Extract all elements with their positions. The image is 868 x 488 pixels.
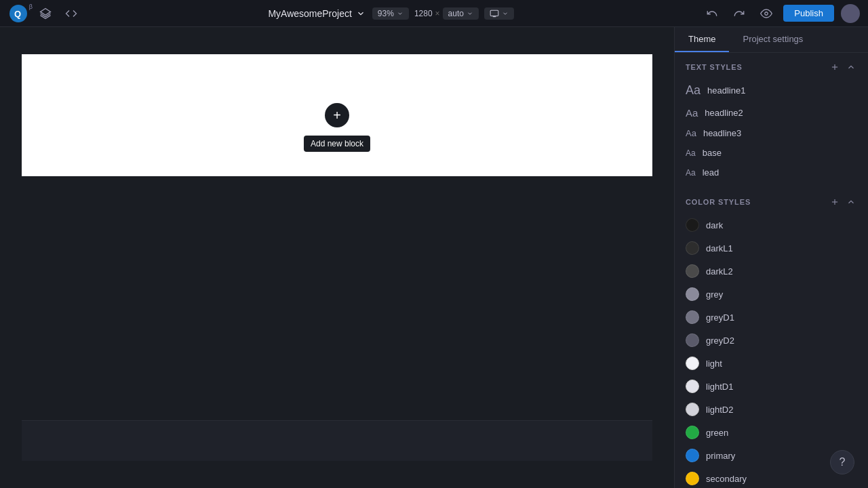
color-item-grey[interactable]: grey [675, 283, 868, 306]
lightd2-swatch [686, 403, 699, 416]
svg-text:Q: Q [14, 9, 21, 19]
navbar-center: MyAwesomeProject 93% 1280 × auto [268, 7, 514, 20]
text-styles-section-header: TEXT STYLES [675, 53, 868, 79]
primary-label: primary [706, 451, 735, 461]
text-style-base[interactable]: Aa base [675, 143, 868, 163]
lead-icon: Aa [686, 168, 696, 178]
text-style-headline3[interactable]: Aa headline3 [675, 123, 868, 143]
horizontal-ruler [0, 27, 674, 41]
color-item-lightd2[interactable]: lightD2 [675, 398, 868, 421]
color-item-dark[interactable]: dark [675, 214, 868, 237]
secondary-swatch [686, 472, 699, 485]
canvas-height: auto [448, 9, 464, 18]
zoom-controls: 93% 1280 × auto [372, 7, 514, 20]
darkl1-label: darkL1 [706, 243, 733, 253]
lightd2-label: lightD2 [706, 405, 733, 415]
svg-point-6 [765, 12, 768, 15]
navbar-right: Publish [702, 4, 860, 23]
add-block-button[interactable]: + Add new block [325, 103, 349, 127]
text-styles-actions [829, 61, 857, 73]
darkl1-swatch [686, 241, 699, 255]
lead-label: lead [703, 167, 719, 178]
color-item-lightd1[interactable]: lightD1 [675, 375, 868, 398]
headline3-label: headline3 [703, 128, 741, 138]
navbar: Q β MyAwesomeProject 93 [0, 0, 868, 27]
color-item-darkl2[interactable]: darkL2 [675, 260, 868, 283]
base-label: base [703, 148, 722, 158]
user-avatar[interactable] [841, 4, 860, 23]
color-item-light[interactable]: light [675, 352, 868, 375]
panel-tabs: Theme Project settings [675, 27, 868, 53]
greyd2-swatch [686, 333, 699, 347]
color-styles-section-header: COLOR STYLES [675, 188, 868, 214]
project-name[interactable]: MyAwesomeProject [268, 8, 365, 19]
panel-content: TEXT STYLES Aa hea [675, 53, 868, 488]
headline1-label: headline1 [707, 85, 745, 96]
tab-theme[interactable]: Theme [675, 27, 729, 52]
collapse-color-styles-button[interactable] [845, 196, 857, 208]
text-styles-title: TEXT STYLES [686, 63, 743, 71]
svg-rect-3 [490, 10, 498, 16]
layers-button[interactable] [37, 5, 54, 22]
primary-swatch [686, 449, 699, 462]
light-label: light [706, 359, 722, 369]
undo-button[interactable] [702, 5, 722, 22]
publish-button[interactable]: Publish [783, 5, 834, 22]
bottom-strip [22, 420, 652, 461]
light-swatch [686, 357, 699, 370]
main-layout: + Add new block Theme Project settings T… [0, 27, 868, 488]
text-style-lead[interactable]: Aa lead [675, 163, 868, 182]
right-panel: Theme Project settings TEXT STYLES [674, 27, 868, 488]
color-styles-title: COLOR STYLES [686, 198, 751, 206]
collapse-text-styles-button[interactable] [845, 61, 857, 73]
dimension-separator: × [435, 9, 440, 18]
color-styles-actions [829, 196, 857, 208]
zoom-value: 93% [378, 9, 394, 18]
lightd1-swatch [686, 380, 699, 393]
headline2-label: headline2 [705, 108, 743, 118]
add-text-style-button[interactable] [829, 61, 841, 73]
app-logo[interactable]: Q β [8, 3, 28, 24]
beta-badge: β [29, 3, 33, 10]
preview-button[interactable] [756, 5, 776, 22]
canvas-area: + Add new block [0, 27, 674, 488]
text-style-headline1[interactable]: Aa headline1 [675, 79, 868, 102]
canvas-height-selector[interactable]: auto [443, 7, 479, 20]
color-item-greyd1[interactable]: greyD1 [675, 306, 868, 329]
add-block-tooltip: Add new block [304, 136, 370, 152]
greyd2-label: greyD2 [706, 336, 734, 346]
grey-label: grey [706, 289, 723, 300]
text-style-headline2[interactable]: Aa headline2 [675, 102, 868, 123]
green-label: green [706, 428, 728, 438]
page-canvas: + Add new block [22, 54, 652, 176]
darkl2-label: darkL2 [706, 266, 733, 277]
zoom-selector[interactable]: 93% [372, 7, 409, 20]
grey-swatch [686, 287, 699, 301]
headline3-icon: Aa [686, 128, 696, 138]
dark-swatch [686, 218, 699, 232]
darkl2-swatch [686, 264, 699, 278]
color-item-darkl1[interactable]: darkL1 [675, 237, 868, 260]
color-item-greyd2[interactable]: greyD2 [675, 329, 868, 352]
canvas-width: 1280 [414, 9, 433, 18]
canvas-scroll[interactable]: + Add new block [0, 41, 674, 488]
headline1-icon: Aa [686, 83, 701, 98]
redo-button[interactable] [729, 5, 749, 22]
color-item-green[interactable]: green [675, 421, 868, 444]
viewport-selector[interactable] [484, 7, 514, 20]
secondary-label: secondary [706, 474, 747, 484]
add-block-icon: + [333, 108, 341, 123]
add-color-style-button[interactable] [829, 196, 841, 208]
greyd1-label: greyD1 [706, 312, 734, 323]
tab-project-settings[interactable]: Project settings [729, 27, 816, 52]
green-swatch [686, 426, 699, 439]
base-icon: Aa [686, 148, 696, 158]
canvas-inner: + Add new block [22, 54, 652, 461]
canvas-dimensions: 1280 × auto [414, 7, 479, 20]
code-button[interactable] [62, 5, 80, 22]
dark-canvas-zone [22, 176, 652, 461]
project-name-label: MyAwesomeProject [268, 8, 351, 19]
help-button[interactable]: ? [830, 450, 854, 474]
dark-label: dark [706, 220, 723, 230]
lightd1-label: lightD1 [706, 382, 733, 392]
